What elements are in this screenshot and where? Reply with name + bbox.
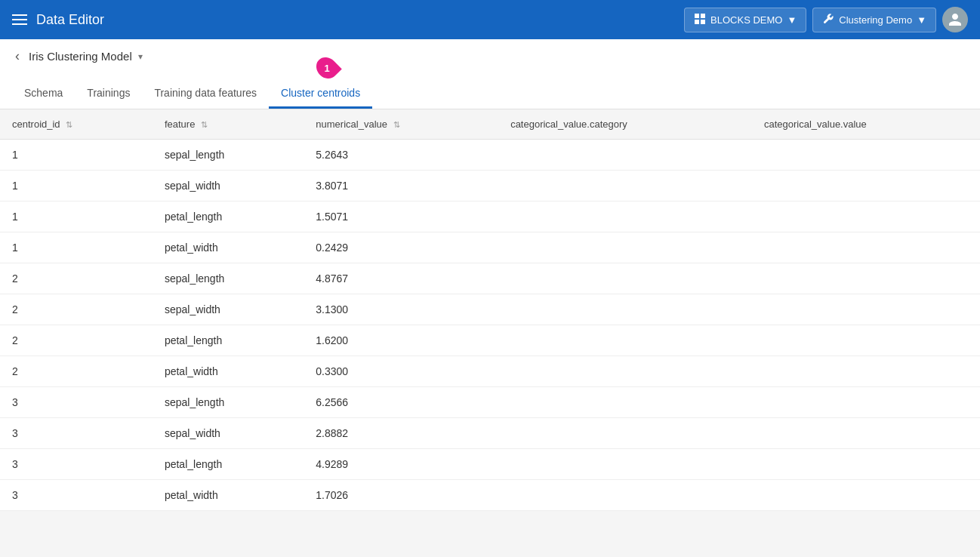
header-left: Data Editor [12,12,104,28]
cell-feature: petal_length [153,202,304,232]
cell-centroid-id: 3 [0,480,153,511]
cell-numerical-value: 3.1300 [304,294,498,325]
cell-centroid-id: 2 [0,294,153,325]
svg-rect-0 [695,14,699,18]
cell-numerical-value: 3.8071 [304,171,498,202]
cell-numerical-value: 4.9289 [304,449,498,480]
cell-centroid-id: 1 [0,232,153,263]
table-row: 3 petal_width 1.7026 [0,480,980,511]
menu-icon[interactable] [12,14,27,25]
cell-centroid-id: 2 [0,325,153,356]
table-row: 2 sepal_length 4.8767 [0,263,980,294]
cell-centroid-id: 2 [0,263,153,294]
table-row: 3 sepal_length 6.2566 [0,387,980,418]
table-row: 2 sepal_width 3.1300 [0,294,980,325]
cell-cat-value [752,171,980,202]
table-row: 1 petal_length 1.5071 [0,202,980,232]
sort-icon-centroid-id[interactable]: ⇅ [66,120,72,129]
data-table-container: centroid_id ⇅ feature ⇅ numerical_value … [0,109,980,511]
tab-schema[interactable]: Schema [12,79,75,109]
col-centroid-id[interactable]: centroid_id ⇅ [0,109,153,140]
cell-cat-category [498,387,752,418]
table-row: 1 petal_width 0.2429 [0,232,980,263]
blocks-demo-chevron: ▼ [787,14,797,26]
model-dropdown-icon[interactable]: ▾ [138,51,143,62]
cell-cat-value [752,418,980,449]
cell-cat-value [752,140,980,171]
tab-cluster-centroids[interactable]: 1 Cluster centroids [269,70,372,109]
cell-numerical-value: 2.8882 [304,418,498,449]
cell-numerical-value: 0.3300 [304,356,498,387]
cell-numerical-value: 4.8767 [304,263,498,294]
cell-numerical-value: 6.2566 [304,387,498,418]
cell-centroid-id: 1 [0,140,153,171]
cell-centroid-id: 1 [0,171,153,202]
user-avatar[interactable] [942,7,968,32]
cell-cat-category [498,480,752,511]
data-table: centroid_id ⇅ feature ⇅ numerical_value … [0,109,980,511]
cell-cat-category [498,263,752,294]
cell-cat-category [498,202,752,232]
grid-icon [694,13,706,27]
table-row: 3 petal_length 4.9289 [0,449,980,480]
model-name: Iris Clustering Model [29,50,132,63]
table-row: 1 sepal_length 5.2643 [0,140,980,171]
sort-icon-numerical-value[interactable]: ⇅ [393,120,400,129]
cell-feature: petal_length [153,449,304,480]
table-row: 3 sepal_width 2.8882 [0,418,980,449]
app-title: Data Editor [36,12,104,28]
cell-feature: petal_width [153,356,304,387]
col-categorical-value-category: categorical_value.category [498,109,752,140]
cell-feature: petal_width [153,232,304,263]
cell-feature: sepal_length [153,387,304,418]
col-feature[interactable]: feature ⇅ [153,109,304,140]
svg-rect-2 [695,20,699,24]
cell-feature: petal_length [153,325,304,356]
breadcrumb-row: ‹ Iris Clustering Model ▾ [12,39,968,70]
cell-centroid-id: 3 [0,418,153,449]
wrench-icon [822,13,834,27]
col-numerical-value[interactable]: numerical_value ⇅ [304,109,498,140]
blocks-demo-button[interactable]: BLOCKS DEMO ▼ [684,8,806,32]
header-right: BLOCKS DEMO ▼ Clustering Demo ▼ [684,7,968,32]
cell-cat-value [752,356,980,387]
col-categorical-value-value: categorical_value.value [752,109,980,140]
cell-numerical-value: 5.2643 [304,140,498,171]
cell-numerical-value: 1.6200 [304,325,498,356]
back-button[interactable]: ‹ [12,47,23,66]
svg-rect-3 [701,20,705,24]
clustering-demo-label: Clustering Demo [839,14,912,26]
cell-cat-category [498,325,752,356]
cell-cat-category [498,140,752,171]
cell-cat-category [498,294,752,325]
table-row: 2 petal_width 0.3300 [0,356,980,387]
cell-feature: sepal_width [153,171,304,202]
cell-centroid-id: 2 [0,356,153,387]
cell-cat-category [498,171,752,202]
tab-trainings[interactable]: Trainings [75,79,142,109]
cell-feature: sepal_length [153,140,304,171]
cell-cat-category [498,356,752,387]
svg-rect-1 [701,14,705,18]
table-row: 1 sepal_width 3.8071 [0,171,980,202]
table-row: 2 petal_length 1.6200 [0,325,980,356]
clustering-demo-chevron: ▼ [917,14,926,26]
blocks-demo-label: BLOCKS DEMO [710,14,782,26]
tab-training-data-features[interactable]: Training data features [142,79,269,109]
cell-cat-value [752,263,980,294]
clustering-demo-button[interactable]: Clustering Demo ▼ [812,8,936,32]
cell-centroid-id: 3 [0,387,153,418]
main-header: Data Editor BLOCKS DEMO ▼ Clustering Dem… [0,0,980,39]
cell-cat-category [498,232,752,263]
cell-numerical-value: 1.5071 [304,202,498,232]
cell-feature: petal_width [153,480,304,511]
cell-cat-value [752,387,980,418]
tabs-bar: Schema Trainings Training data features … [12,70,968,109]
table-header-row: centroid_id ⇅ feature ⇅ numerical_value … [0,109,980,140]
sub-header: ‹ Iris Clustering Model ▾ Schema Trainin… [0,39,980,109]
cell-cat-value [752,294,980,325]
sort-icon-feature[interactable]: ⇅ [201,120,208,129]
cell-cat-value [752,449,980,480]
cell-cat-value [752,480,980,511]
cell-numerical-value: 0.2429 [304,232,498,263]
